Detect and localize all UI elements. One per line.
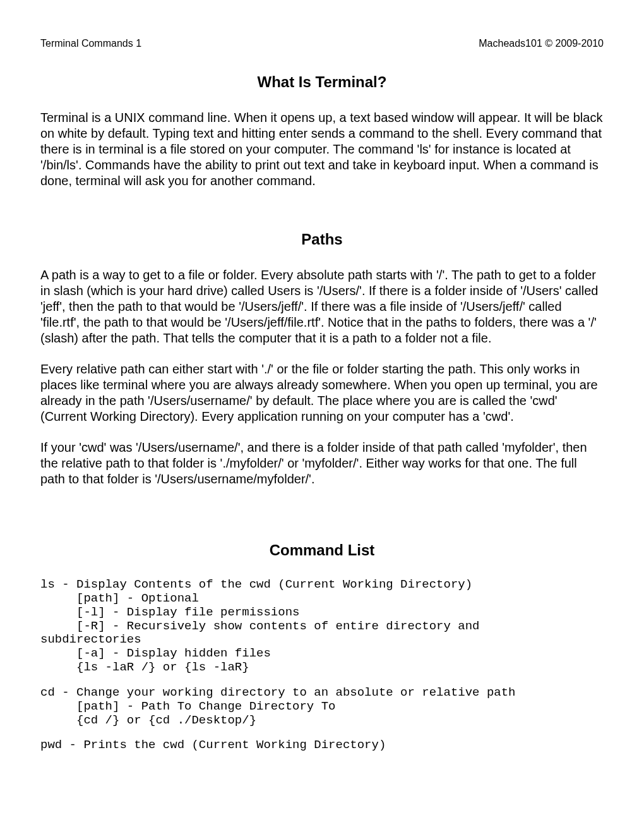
section-title-what-is-terminal: What Is Terminal? bbox=[40, 73, 604, 91]
command-cd: cd - Change your working directory to an… bbox=[40, 686, 604, 728]
command-pwd: pwd - Prints the cwd (Current Working Di… bbox=[40, 739, 604, 752]
header-left: Terminal Commands 1 bbox=[40, 38, 141, 49]
paragraph: Terminal is a UNIX command line. When it… bbox=[40, 110, 604, 189]
header-right: Macheads101 © 2009-2010 bbox=[479, 38, 604, 49]
paragraph: Every relative path can either start wit… bbox=[40, 361, 604, 425]
section-title-paths: Paths bbox=[40, 231, 604, 248]
paragraph: If your 'cwd' was '/Users/username/', an… bbox=[40, 440, 604, 487]
page-header: Terminal Commands 1 Macheads101 © 2009-2… bbox=[40, 38, 604, 49]
command-ls: ls - Display Contents of the cwd (Curren… bbox=[40, 578, 604, 675]
section-title-command-list: Command List bbox=[40, 541, 604, 559]
paragraph: A path is a way to get to a file or fold… bbox=[40, 267, 604, 346]
document-page: Terminal Commands 1 Macheads101 © 2009-2… bbox=[0, 0, 644, 834]
